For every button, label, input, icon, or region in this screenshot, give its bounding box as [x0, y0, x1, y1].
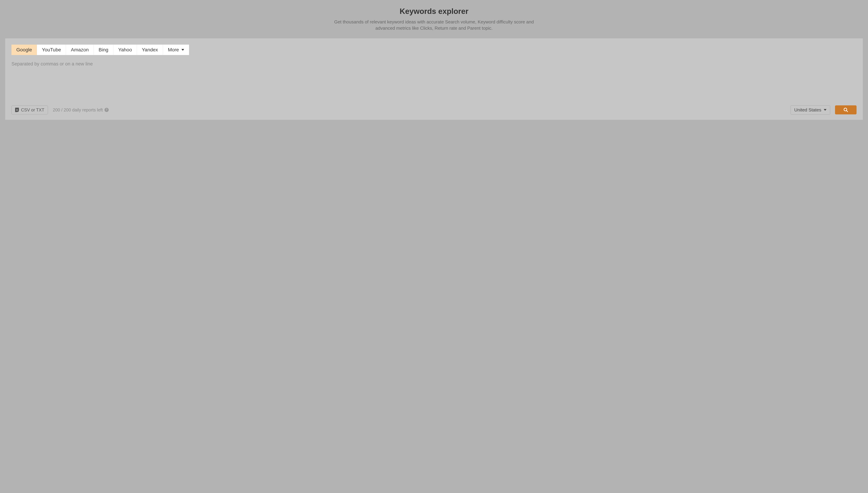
chevron-down-icon — [824, 109, 826, 111]
svg-point-0 — [844, 108, 847, 111]
panel-footer: CSV or TXT 200 / 200 daily reports left … — [12, 105, 856, 114]
search-panel: Google YouTube Amazon Bing Yahoo Yandex … — [5, 38, 863, 120]
keywords-input[interactable] — [12, 61, 856, 100]
tab-yahoo[interactable]: Yahoo — [113, 45, 137, 55]
svg-line-1 — [846, 111, 848, 112]
reports-remaining: 200 / 200 daily reports left ? — [53, 107, 109, 112]
tab-more-label: More — [168, 47, 179, 52]
country-label: United States — [794, 107, 821, 113]
tab-bing[interactable]: Bing — [94, 45, 113, 55]
tab-amazon[interactable]: Amazon — [66, 45, 94, 55]
page-subtitle: Get thousands of relevant keyword ideas … — [330, 19, 538, 31]
tab-more[interactable]: More — [163, 45, 189, 55]
page-title: Keywords explorer — [5, 7, 863, 16]
search-engine-tabs: Google YouTube Amazon Bing Yahoo Yandex … — [12, 45, 856, 55]
chevron-down-icon — [181, 49, 184, 51]
country-select[interactable]: United States — [790, 105, 830, 114]
help-icon[interactable]: ? — [105, 108, 109, 112]
upload-button[interactable]: CSV or TXT — [12, 106, 48, 114]
reports-remaining-text: 200 / 200 daily reports left — [53, 107, 103, 112]
tab-google[interactable]: Google — [12, 45, 37, 55]
upload-file-icon — [15, 108, 19, 112]
upload-label: CSV or TXT — [21, 107, 44, 112]
search-button[interactable] — [835, 105, 856, 114]
tab-yandex[interactable]: Yandex — [137, 45, 163, 55]
tab-youtube[interactable]: YouTube — [37, 45, 66, 55]
search-icon — [843, 107, 848, 112]
